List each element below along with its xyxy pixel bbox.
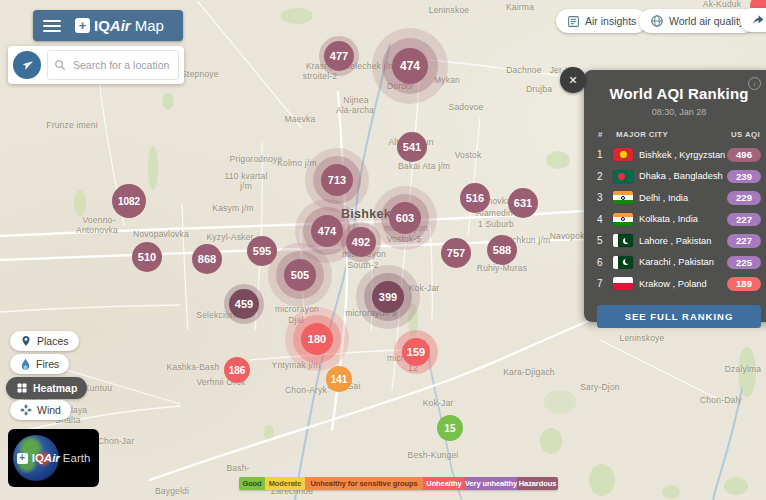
ranking-header-row: # MAJOR CITY US AQI [584, 130, 766, 139]
map-label: Kasym j/m [212, 203, 253, 213]
ranking-row[interactable]: 6Karachi , Pakistan225 [584, 252, 766, 274]
map-label: stroitel-2 [303, 71, 338, 81]
map-label: Baygeldi [155, 486, 189, 496]
close-icon[interactable]: × [560, 67, 586, 93]
map-label: Kara-Djigach [503, 367, 555, 377]
country-flag-icon [613, 213, 633, 226]
info-icon[interactable]: i [748, 77, 761, 90]
map-label: Bash- [226, 463, 249, 473]
aqi-badge: 227 [727, 213, 761, 227]
search-field[interactable] [47, 50, 179, 80]
layer-fires-button[interactable]: Fires [10, 354, 69, 374]
navigation-arrow-icon [21, 59, 34, 72]
air-insights-button[interactable]: Air insights [556, 9, 647, 33]
map-label: Djal [288, 315, 303, 325]
map-label: Kolmo j/m [277, 158, 317, 168]
layer-places-button[interactable]: Places [10, 331, 79, 351]
map-label: Ak-Kuduk [703, 0, 741, 9]
map-label: Kok-Jar [409, 283, 440, 293]
city-name: Dhaka , Bangladesh [639, 171, 725, 181]
aqi-badge: 229 [727, 191, 761, 205]
aqi-marker[interactable]: 474 [392, 48, 428, 84]
aqi-marker[interactable]: 868 [192, 244, 222, 274]
map-label: Prigorodnoye [230, 154, 283, 164]
share-icon [751, 13, 765, 27]
aqi-marker[interactable]: 595 [247, 236, 277, 266]
search-input[interactable] [71, 58, 172, 72]
aqi-marker[interactable]: 631 [508, 188, 538, 218]
map-label: Chon-Jar [98, 436, 135, 446]
aqi-badge: 189 [727, 277, 761, 291]
aqi-marker[interactable]: 141 [326, 366, 352, 392]
city-name: Bishkek , Kyrgyzstan [639, 150, 725, 160]
map-label: Kok-Jar [423, 398, 454, 408]
map-label: Maevka [285, 114, 316, 124]
aqi-marker[interactable]: 186 [224, 357, 250, 383]
map-label: Chon-Daly [700, 395, 742, 405]
ranking-row[interactable]: 1Bishkek , Kyrgyzstan496 [584, 144, 766, 166]
ranking-row[interactable]: 3Delhi , India229 [584, 187, 766, 209]
iqair-earth-widget[interactable]: + IQAir Earth [8, 429, 99, 487]
aqi-marker[interactable]: 474 [311, 215, 343, 247]
ranking-row[interactable]: 4Kolkata , India227 [584, 209, 766, 231]
ranking-row[interactable]: 5Lahore , Pakistan227 [584, 230, 766, 252]
globe-icon [650, 14, 664, 28]
aqi-marker[interactable]: 459 [229, 289, 259, 319]
aqi-marker[interactable]: 15 [437, 415, 463, 441]
menu-icon[interactable] [43, 17, 61, 35]
share-button[interactable]: Sh [740, 8, 766, 32]
aqi-marker[interactable]: 603 [389, 202, 421, 234]
ranking-row[interactable]: 2Dhaka , Bangladesh239 [584, 166, 766, 188]
map-label: Stepnoye [181, 69, 219, 79]
map-label: Leninskoye [619, 333, 664, 343]
legend-segment: Good [239, 477, 265, 490]
aqi-marker[interactable]: 477 [324, 41, 354, 71]
aqi-marker[interactable]: 399 [372, 281, 404, 313]
map-label: Dachnoe [506, 65, 541, 75]
rank-number: 1 [597, 149, 613, 160]
aqi-marker[interactable]: 516 [460, 183, 490, 213]
layer-wind-button[interactable]: Wind [10, 400, 71, 420]
brand-header: + IQAirMap [33, 10, 183, 41]
wind-icon [20, 404, 32, 416]
country-flag-icon [613, 170, 633, 183]
country-flag-icon [613, 234, 633, 247]
map-label: Kyzyl-Asker [206, 232, 253, 242]
ranking-row[interactable]: 7Krakow , Poland189 [584, 273, 766, 295]
aqi-marker[interactable]: 159 [402, 338, 430, 366]
map-label: Dzalylma [725, 364, 762, 374]
rank-number: 4 [597, 214, 613, 225]
place-pin-icon [20, 335, 32, 347]
layer-heatmap-button[interactable]: Heatmap [6, 377, 87, 399]
locate-me-button[interactable] [13, 51, 41, 79]
aqi-marker[interactable]: 713 [321, 164, 353, 196]
iqair-logo-icon: + [17, 453, 28, 464]
aqi-marker[interactable]: 588 [487, 235, 517, 265]
rank-number: 6 [597, 257, 613, 268]
country-flag-icon [613, 256, 633, 269]
map-label: 1 Suburb [478, 219, 514, 229]
aqi-marker[interactable]: 510 [132, 242, 162, 272]
aqi-marker[interactable]: 541 [397, 132, 427, 162]
aqi-marker[interactable]: 180 [301, 323, 333, 355]
map-label: Frunze imeni [46, 120, 98, 130]
map-label: Drujba [526, 84, 552, 94]
map-label: Vostok-5 [387, 234, 422, 244]
map-label: Antonovka [76, 225, 118, 235]
aqi-badge: 225 [727, 256, 761, 270]
map-label: Kuntuu [84, 383, 112, 393]
legend-segment: Hazardous [517, 477, 558, 490]
map-label: 110 kvartal [224, 171, 267, 181]
world-air-quality-button[interactable]: World air quality [639, 9, 755, 33]
ranking-rows: 1Bishkek , Kyrgyzstan4962Dhaka , Banglad… [584, 144, 766, 295]
aqi-marker[interactable]: 1082 [112, 184, 146, 218]
insights-icon [567, 15, 580, 28]
aqi-marker[interactable]: 505 [284, 259, 316, 291]
map-label: Ala-archa [336, 105, 374, 115]
earth-brand: + IQAir Earth [8, 429, 99, 487]
aqi-marker[interactable]: 492 [346, 227, 376, 257]
heatmap-grid-icon [16, 382, 28, 394]
see-full-ranking-button[interactable]: SEE FULL RANKING [597, 305, 761, 328]
search-container [8, 46, 184, 84]
aqi-marker[interactable]: 757 [441, 238, 471, 268]
